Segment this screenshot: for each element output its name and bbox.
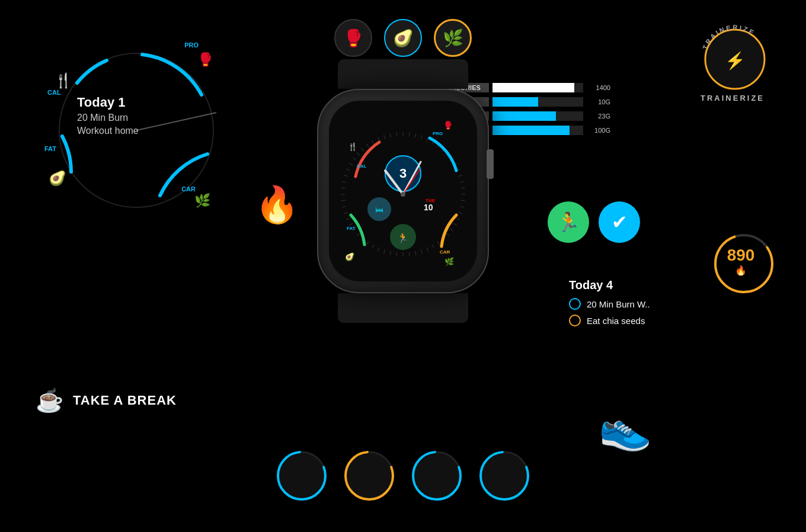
apple-watch: 3 CAL PRO FAT CAR 🍴 <box>308 59 498 290</box>
svg-text:CAL: CAL <box>357 164 367 169</box>
svg-text:🛏: 🛏 <box>375 205 383 214</box>
svg-text:PRO: PRO <box>433 131 443 136</box>
today-item-1-text: 20 Min Burn W.. <box>587 299 650 309</box>
flame-icon: 🔥 <box>255 184 299 226</box>
watch-band-bottom <box>338 293 468 323</box>
dial-label-cal: CAL <box>47 89 61 96</box>
left-panel: CAL PRO FAT CAR 🍴 🥊 🥑 🌿 Today 1 20 Min B… <box>24 36 249 225</box>
svg-text:10: 10 <box>424 203 433 212</box>
shoe-icon: 👟 <box>599 403 652 453</box>
svg-text:🥑: 🥑 <box>345 252 355 262</box>
stat-car[interactable]: 56 CAR <box>410 449 463 502</box>
svg-text:🏃: 🏃 <box>397 232 409 243</box>
take-break-section: ☕ TAKE A BREAK <box>36 387 177 414</box>
watch-crown <box>487 149 494 179</box>
protein-bar-fill <box>492 97 538 107</box>
checkmark-icon[interactable]: ✔ <box>599 201 640 243</box>
avocado-icon[interactable]: 🥑 <box>384 19 422 57</box>
fat-value: 23G <box>587 113 610 120</box>
fist-icon: 🥊 <box>197 52 213 68</box>
calories-bar-fill <box>492 83 574 92</box>
nutrition-dial: CAL PRO FAT CAR 🍴 🥊 🥑 🌿 Today 1 20 Min B… <box>41 36 231 225</box>
calories-ring: 890 🔥 <box>711 231 770 290</box>
watch-face: 3 CAL PRO FAT CAR 🍴 <box>332 105 474 277</box>
today-item-2-text: Eat chia seeds <box>587 316 645 326</box>
workout-line2: Workout home <box>77 126 139 136</box>
stat-cal[interactable]: 56 CAL <box>275 449 328 502</box>
svg-line-6 <box>136 113 216 130</box>
break-text: TAKE A BREAK <box>73 393 177 408</box>
carbs-bar-bg <box>492 126 583 135</box>
boxing-glove-icon[interactable]: 🥊 <box>334 19 372 57</box>
leaf-icon-dial: 🌿 <box>194 193 210 209</box>
trainerize-arc-text: ⚡ TRAINERIZE <box>687 12 782 107</box>
svg-text:FAT: FAT <box>347 226 356 231</box>
fat-bar-bg <box>492 111 583 121</box>
dial-label-fat: FAT <box>44 145 56 152</box>
avocado-icon-dial: 🥑 <box>49 170 66 187</box>
svg-text:🍴: 🍴 <box>348 142 358 152</box>
today-item-2: Eat chia seeds <box>569 315 699 326</box>
protein-value: 10G <box>587 98 610 105</box>
today-dot-blue <box>569 298 581 310</box>
bottom-stats: 56 CAL 56 PRO 56 CAR 56 FAT <box>275 449 531 502</box>
fork-icon: 🍴 <box>55 72 72 89</box>
cup-icon: ☕ <box>36 387 63 414</box>
stat-pro[interactable]: 56 PRO <box>343 449 396 502</box>
today-dot-yellow <box>569 315 581 326</box>
watch-band-top <box>338 59 468 89</box>
watch-face-svg: 3 CAL PRO FAT CAR 🍴 <box>332 105 474 277</box>
today-item-1: 20 Min Burn W.. <box>569 298 699 310</box>
activity-icons: 🏃 ✔ <box>548 201 640 243</box>
svg-text:🥊: 🥊 <box>443 120 453 130</box>
run-activity-icon[interactable]: 🏃 <box>548 201 589 243</box>
dial-label-car: CAR <box>181 185 196 193</box>
svg-text:3: 3 <box>399 166 407 181</box>
calories-value: 1400 <box>587 84 610 91</box>
workout-today-title: Today 1 <box>77 95 139 110</box>
watch-body: 3 CAL PRO FAT CAR 🍴 <box>317 89 489 293</box>
svg-text:🌿: 🌿 <box>444 257 455 267</box>
svg-text:CAR: CAR <box>440 249 450 255</box>
today-panel-title: Today 4 <box>569 278 699 292</box>
dial-label-pro: PRO <box>184 41 199 49</box>
protein-bar-bg <box>492 97 583 107</box>
calories-bar-bg <box>492 83 583 92</box>
carbs-value: 100G <box>587 127 610 134</box>
workout-info: Today 1 20 Min Burn Workout home <box>77 95 139 136</box>
fat-bar-fill <box>492 111 556 121</box>
workout-line1: 20 Min Burn <box>77 113 139 123</box>
svg-text:⚡: ⚡ <box>725 51 746 70</box>
watch-screen: 3 CAL PRO FAT CAR 🍴 <box>329 101 477 281</box>
stat-fat[interactable]: 56 FAT <box>478 449 531 502</box>
svg-point-73 <box>401 192 405 197</box>
carbs-bar-fill <box>492 126 570 135</box>
top-icons-row: 🥊 🥑 🌿 <box>334 19 472 57</box>
today-panel: Today 4 20 Min Burn W.. Eat chia seeds <box>569 278 699 331</box>
leaf-icon[interactable]: 🌿 <box>434 19 472 57</box>
